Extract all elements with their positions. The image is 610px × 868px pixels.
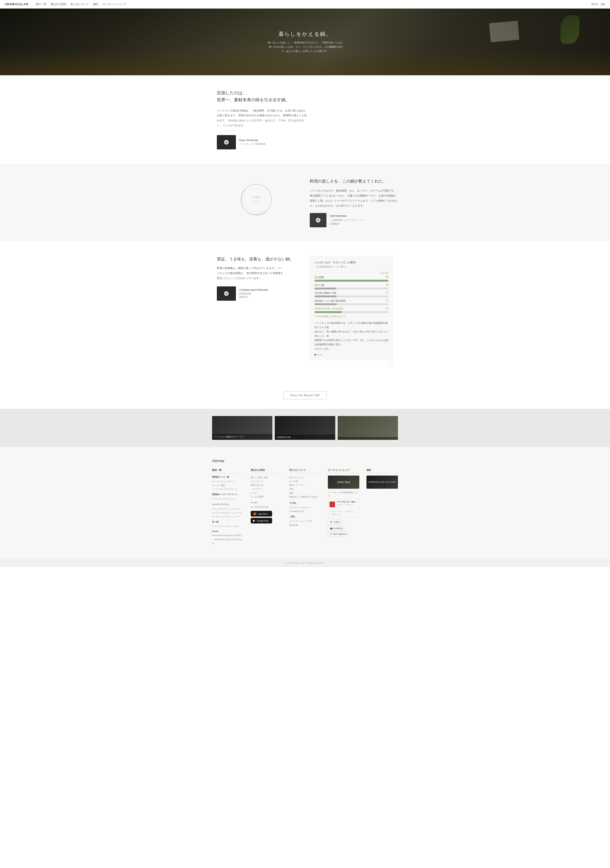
sitemap-recipe-group: レシピ MY VERMICULAR 🍎 App Store ▶ Google P… xyxy=(251,501,282,525)
instagram-icon: 📷 xyxy=(330,527,333,529)
hero-content: 暮らしをかえる鍋。 「食べることを楽しく」「食材本来が引き立てに」「料理が楽しく… xyxy=(264,31,346,53)
sitemap-link-my-vermicular[interactable]: MY VERMICULAR xyxy=(251,505,282,509)
sitemap-link[interactable]: ・Vermicular Recipe Book 旬を ① xyxy=(212,538,244,545)
sitemap-link[interactable]: ・ローカート xyxy=(251,487,282,491)
chart-unit: mg/100g xyxy=(315,272,388,274)
chart-dot-3[interactable] xyxy=(320,354,322,355)
sitemap-group-1: 調理鍋コーロ一覧 オーブンポットラウンド キッチン電気 ・バーミキュラフライパン xyxy=(212,476,244,491)
section3-right: じゃがいもの「ビタミンC」の変化 （日本食品分析センター調べ） mg/100g … xyxy=(310,256,393,367)
nav-link-products[interactable]: 鍋の一覧 xyxy=(36,2,46,6)
sitemap-subgroup-title-2: 調理鍋コーローフライパン xyxy=(212,493,244,496)
cooking-label: Cooking expert Interview xyxy=(239,288,268,291)
play-icon-chef[interactable] xyxy=(316,218,320,223)
footer: © Aichi Dobby | CO. All Rights Reserved xyxy=(0,559,610,567)
cooking-name: 料理研究家 黒島里子 xyxy=(239,292,268,299)
nav-link-facility[interactable]: 施設 xyxy=(93,2,98,6)
nav-lang[interactable]: JP/13 xyxy=(591,3,598,6)
sitemap-link[interactable]: 実績 xyxy=(289,487,321,491)
sitemap-link[interactable]: プライバシーポリシー xyxy=(289,505,321,509)
story-card-1[interactable]: VERMICULAR xyxy=(275,416,335,440)
chart-dot-2[interactable] xyxy=(317,354,319,355)
chart-dot-1[interactable] xyxy=(315,354,316,355)
section3-title: 実証。うま味も、栄養も、逃がさない鍋。 xyxy=(217,256,300,262)
instagram-btn[interactable]: 📷 Instagram xyxy=(328,526,345,531)
sitemap-link[interactable]: バーミキュラフライパン xyxy=(212,497,244,501)
social-preview-count: 32,500 ～ 1,000 に フォ... xyxy=(337,504,358,509)
sitemap-group-2: 調理鍋コーローフライパン バーミキュラフライパン xyxy=(212,493,244,501)
sitemap-link[interactable]: ・バーミキュラフライパン xyxy=(212,487,244,491)
chef-card: Chef Interview —仏国本部シェフ グランシップ 比嘉義洋 xyxy=(310,213,398,227)
sitemap-link[interactable]: バーミキュラ カレーソウセ xyxy=(212,524,244,528)
sitemap-link[interactable]: キッチン電気 xyxy=(212,484,244,487)
sitemap-subgroup-title-5: Books xyxy=(212,530,244,533)
sitemap-link[interactable]: ナチュラルウォッシュソープ xyxy=(212,507,244,511)
cooking-info: Cooking expert Interview 料理研究家 黒島里子 xyxy=(239,288,268,299)
nav-right: JP/13 C$5 xyxy=(591,3,605,6)
chart-row-label-0: 生の状態90 xyxy=(315,276,388,279)
story-card-0[interactable]: バーミキュラ誕生のストーリー xyxy=(212,416,272,440)
sitemap-link[interactable]: Vermicular Recipe Book 別巻 ① xyxy=(212,533,244,537)
story-section: バーミキュラ誕生のストーリー VERMICULAR xyxy=(0,409,610,447)
sitemap-link[interactable]: オーガニックリキンシソープ xyxy=(212,515,244,518)
chef-thumbnail[interactable] xyxy=(310,213,326,227)
sitemap-col-reasons: 選ばれる理由 暮らしを変える鍋 テクノロジー 素材を楽しみ ・ローカート レシピ… xyxy=(251,468,282,547)
sitemap-link[interactable]: テクノロジー xyxy=(251,479,282,483)
sitemap-link[interactable]: よくある質問 xyxy=(251,495,282,499)
social-preview-name: バーミキュラ（Ver... xyxy=(337,501,358,504)
village-image[interactable]: VERMICULAR VILLAGE xyxy=(366,476,398,489)
story-card-label-0: バーミキュラ誕生のストーリー xyxy=(212,434,272,440)
nav-link-about[interactable]: 私たちについて xyxy=(71,2,89,6)
sitemap-link[interactable]: オンラインショップ 閲 xyxy=(289,519,321,523)
sitemap-link[interactable]: US Website 閲 xyxy=(289,509,321,513)
navigation: VERMICULAR 鍋の一覧 選ばれる理由 私たちについて 施設 オンラインシ… xyxy=(0,0,610,9)
nav-currency[interactable]: C$5 xyxy=(601,3,605,6)
section-intro-text: バーミキュラ食品の特徴は、「無水調理」を可能にする、お米に閉じ込めた正直に置きま… xyxy=(217,108,307,128)
play-icon-cooking[interactable] xyxy=(224,291,229,296)
sitemap-link[interactable]: 素材を楽しみ xyxy=(251,483,282,487)
sitemap-link[interactable]: 施設 xyxy=(289,491,321,495)
sitemap-col4-title: オンラインショップ xyxy=(328,468,359,473)
mail-icon: ✉ xyxy=(330,533,332,535)
sitemap-link[interactable]: 動物/法人・家業お問い合わせ xyxy=(289,495,321,499)
twitter-btn[interactable]: 🐦 Twitter xyxy=(328,520,342,524)
sitemap-col-products: 製品一覧 調理鍋コーロ一覧 オーブンポットラウンド キッチン電気 ・バーミキュラ… xyxy=(212,468,244,547)
sitemap-link[interactable]: オーブンポットラウンド xyxy=(212,480,244,484)
chart-row-1: ゆでた鍋26 xyxy=(315,284,388,290)
story-card-label-1: VERMICULAR xyxy=(275,435,335,440)
play-icon[interactable] xyxy=(224,140,229,145)
sitemap-purchase-title: ご購入 xyxy=(289,515,321,518)
sitemap-link[interactable]: かつの旅 xyxy=(289,479,321,483)
cooking-thumbnail[interactable] xyxy=(217,287,236,301)
video-label: Easy Vermicular xyxy=(239,139,265,141)
sitemap: Sitemap 製品一覧 調理鍋コーロ一覧 オーブンポットラウンド キッチン電気… xyxy=(0,447,610,559)
sitemap-link[interactable]: 取扱店舗 xyxy=(289,523,321,527)
sitemap-link[interactable]: レシピ xyxy=(251,491,282,495)
google-play-badge[interactable]: ▶ Google Play xyxy=(251,518,272,524)
sitemap-title: Sitemap xyxy=(212,459,398,463)
section-nutrition: 実証。うま味も、栄養も、逃がさない鍋。 野菜の栄養素は、調理を通して失われていき… xyxy=(212,242,398,382)
cta-section: Oven Pot Round TOP xyxy=(0,382,610,409)
cta-button[interactable]: Oven Pot Round TOP xyxy=(283,391,327,399)
chart-next-icon[interactable]: › xyxy=(388,362,393,367)
section-intro-title: 目指したのは、 世界一、素材本来の味を引き出す鍋。 xyxy=(217,90,393,104)
nav-link-reasons[interactable]: 選ばれる理由 xyxy=(51,2,66,6)
sitemap-link[interactable]: 誕生ストーリー xyxy=(289,483,321,487)
app-store-badge[interactable]: 🍎 App Store xyxy=(251,511,272,516)
section-cooking-joy: 合う料金 コース 料理の楽しさを、この鍋が教えてくれた。 バーミキュラなどで、無… xyxy=(0,164,610,242)
sitemap-link[interactable]: エシエンタルウォッシュソープ xyxy=(212,511,244,515)
story-inner: バーミキュラ誕生のストーリー VERMICULAR xyxy=(212,416,398,440)
mail-magazine-btn[interactable]: ✉ Mail magazine xyxy=(328,532,349,536)
sitemap-subgroup-title-1: 調理鍋コーロ一覧 xyxy=(212,476,244,479)
chart-title: じゃがいもの「ビタミンC」の変化 xyxy=(315,260,388,264)
nav-link-shop[interactable]: オンラインショップ xyxy=(103,2,126,6)
video-thumbnail[interactable] xyxy=(217,135,236,149)
online-shop-image[interactable]: Online Shop xyxy=(328,476,359,489)
chart-text: バーミキュラの無水調理では、ビタミンCの損失が他の加熱調理の損失よりも３割 道る… xyxy=(315,321,388,351)
twitter-icon: 🐦 xyxy=(330,521,333,523)
story-card-2[interactable] xyxy=(338,416,398,440)
chart-next[interactable]: › xyxy=(310,362,393,367)
sitemap-link[interactable]: 暮らしを変える鍋 xyxy=(251,476,282,479)
sitemap-link[interactable]: 私たちについて xyxy=(289,476,321,479)
sitemap-social-note: バーミキュラの最新情報はこちら xyxy=(328,491,359,497)
nav-links: 鍋の一覧 選ばれる理由 私たちについて 施設 オンラインショップ xyxy=(36,2,591,6)
